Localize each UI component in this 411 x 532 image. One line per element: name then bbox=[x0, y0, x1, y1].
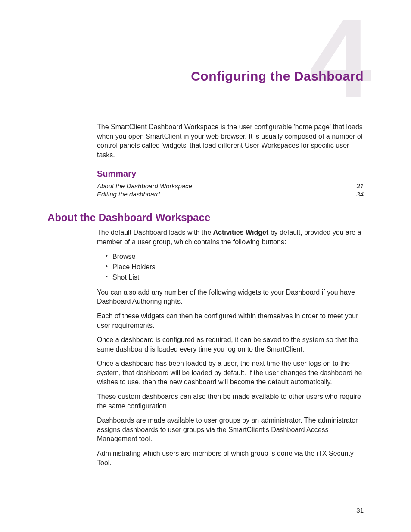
intro-paragraph: The SmartClient Dashboard Workspace is t… bbox=[97, 122, 364, 159]
toc-leader-dots bbox=[162, 196, 355, 196]
toc-label: Editing the dashboard bbox=[97, 190, 160, 198]
body-paragraph: Once a dashboard has been loaded by a us… bbox=[97, 359, 364, 387]
toc-line: Editing the dashboard 34 bbox=[97, 190, 364, 198]
list-item: Browse bbox=[106, 252, 364, 261]
toc-label: About the Dashboard Workspace bbox=[97, 182, 192, 190]
lead-paragraph: The default Dashboard loads with the Act… bbox=[97, 228, 364, 246]
lead-bold: Activities Widget bbox=[213, 229, 269, 236]
bullet-list: Browse Place Holders Shot List bbox=[106, 252, 364, 283]
chapter-title: Configuring the Dashboard bbox=[47, 69, 364, 84]
body-paragraph: Administrating which users are members o… bbox=[97, 449, 364, 467]
chapter-number-watermark: 4 bbox=[309, 2, 369, 114]
lead-pre: The default Dashboard loads with the bbox=[97, 229, 213, 236]
page-number: 31 bbox=[356, 507, 364, 514]
toc-page: 31 bbox=[356, 182, 364, 190]
body-paragraph: Once a dashboard is configured as requir… bbox=[97, 335, 364, 354]
summary-heading: Summary bbox=[97, 169, 364, 179]
section-body: The default Dashboard loads with the Act… bbox=[97, 228, 364, 467]
section-heading: About the Dashboard Workspace bbox=[47, 212, 364, 224]
body-paragraph: These custom dashboards can also then be… bbox=[97, 392, 364, 411]
toc-leader-dots bbox=[194, 188, 355, 188]
body-paragraph: Each of these widgets can then be config… bbox=[97, 311, 364, 330]
body-paragraph: You can also add any number of the follo… bbox=[97, 288, 364, 306]
page: 4 Configuring the Dashboard The SmartCli… bbox=[0, 0, 411, 532]
intro-block: The SmartClient Dashboard Workspace is t… bbox=[97, 122, 364, 198]
list-item: Shot List bbox=[106, 273, 364, 282]
toc-page: 34 bbox=[356, 190, 364, 198]
body-paragraph: Dashboards are made available to user gr… bbox=[97, 416, 364, 444]
list-item: Place Holders bbox=[106, 262, 364, 272]
toc-line: About the Dashboard Workspace 31 bbox=[97, 182, 364, 190]
